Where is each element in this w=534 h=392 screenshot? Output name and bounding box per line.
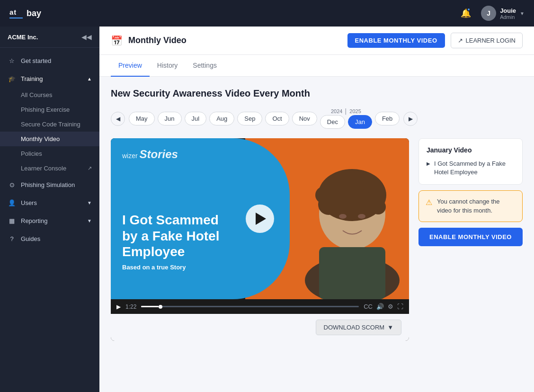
sidebar-item-all-courses[interactable]: All Courses bbox=[0, 88, 99, 102]
training-icon: 🎓 bbox=[8, 74, 16, 83]
settings-icon[interactable]: ⚙ bbox=[388, 303, 393, 310]
section-title: New Security Awareness Video Every Month bbox=[111, 88, 523, 99]
learner-login-button[interactable]: ↗ LEARNER LOGIN bbox=[451, 33, 523, 48]
page-header: 📅 Monthly Video ENABLE MONTHLY VIDEO ↗ L… bbox=[99, 27, 534, 55]
chart-icon: ▦ bbox=[8, 216, 16, 225]
video-layout: wizer Stories I Got Scammed by a Fake Ho… bbox=[111, 138, 523, 341]
tab-bar: Preview History Settings bbox=[99, 55, 534, 77]
video-sidebar: January Video ▶ I Got Scammed by a Fake … bbox=[418, 138, 523, 341]
sidebar-item-phishing-simulation[interactable]: ⊙ Phishing Simulation bbox=[0, 176, 99, 194]
sidebar: ACME Inc. ◀◀ ☆ Get started 🎓 Training ▲ … bbox=[0, 27, 99, 392]
sidebar-item-users[interactable]: 👤 Users ▼ bbox=[0, 194, 99, 212]
sidebar-item-monthly-video[interactable]: Monthly Video bbox=[0, 132, 99, 146]
play-control-button[interactable]: ▶ bbox=[116, 303, 121, 310]
tab-history[interactable]: History bbox=[150, 55, 186, 77]
video-subtitle: Based on a true Story bbox=[122, 264, 219, 271]
video-time: 1:22 bbox=[125, 303, 136, 310]
notification-dot bbox=[467, 8, 471, 11]
logo-line bbox=[9, 18, 23, 18]
enable-monthly-video-card-button[interactable]: ENABLE MONTHLY VIDEO bbox=[418, 228, 523, 246]
svg-rect-11 bbox=[319, 247, 385, 299]
sidebar-item-policies[interactable]: Policies bbox=[0, 146, 99, 161]
month-button-feb[interactable]: Feb bbox=[375, 112, 400, 125]
company-name: ACME Inc. bbox=[8, 34, 38, 41]
captions-icon[interactable]: CC bbox=[364, 303, 373, 310]
months-list: May Jun Jul Aug Sep Oct Nov 2024 │ 2025 bbox=[129, 108, 400, 129]
video-main-title: I Got Scammed by a Fake Hotel Employee bbox=[122, 212, 219, 260]
download-scorm-label: DOWNLOAD SCORM bbox=[324, 324, 385, 331]
video-footer: DOWNLOAD SCORM ▼ bbox=[111, 314, 409, 341]
fullscreen-icon[interactable]: ⛶ bbox=[397, 303, 403, 310]
stories-text: Stories bbox=[140, 148, 178, 160]
play-button[interactable] bbox=[246, 205, 274, 233]
tab-settings[interactable]: Settings bbox=[185, 55, 224, 77]
sidebar-item-label: Phishing Simulation bbox=[21, 181, 92, 188]
month-button-dec[interactable]: Dec bbox=[320, 115, 345, 129]
tab-preview[interactable]: Preview bbox=[111, 55, 150, 77]
progress-dot bbox=[159, 305, 162, 309]
topnav-right: 🔔 J Jouie Admin ▼ bbox=[458, 6, 525, 21]
video-controls: ▶ 1:22 CC 🔊 ⚙ ⛶ bbox=[111, 299, 409, 314]
month-prev-button[interactable]: ◀ bbox=[111, 112, 125, 126]
sidebar-item-guides[interactable]: ? Guides bbox=[0, 230, 99, 248]
progress-bar[interactable] bbox=[141, 306, 359, 307]
year-2024-label: 2024 bbox=[331, 108, 342, 114]
page-title: Monthly Video bbox=[128, 36, 187, 45]
main-content: New Security Awareness Video Every Month… bbox=[99, 77, 534, 392]
video-container: wizer Stories I Got Scammed by a Fake Ho… bbox=[111, 138, 409, 341]
warning-text: You cannot change the video for this mon… bbox=[437, 197, 516, 214]
video-person-area bbox=[260, 138, 409, 299]
video-card-title: January Video bbox=[427, 146, 515, 154]
question-icon: ? bbox=[8, 234, 16, 243]
enable-monthly-video-header-button[interactable]: ENABLE MONTHLY VIDEO bbox=[347, 33, 445, 48]
month-button-jun[interactable]: Jun bbox=[158, 112, 182, 125]
svg-point-12 bbox=[339, 214, 347, 219]
logo: at bay bbox=[9, 8, 41, 18]
notification-button[interactable]: 🔔 bbox=[458, 6, 473, 21]
sidebar-item-label: Users bbox=[21, 199, 82, 206]
year-2025-label: 2025 bbox=[349, 108, 361, 114]
topnav: at bay 🔔 J Jouie Admin ▼ bbox=[0, 0, 534, 27]
svg-point-10 bbox=[371, 199, 386, 214]
user-menu-button[interactable]: J Jouie Admin ▼ bbox=[481, 6, 525, 21]
month-button-nov[interactable]: Nov bbox=[292, 112, 317, 125]
sidebar-item-learner-console[interactable]: Learner Console ↗ bbox=[0, 161, 99, 176]
sidebar-item-get-started[interactable]: ☆ Get started bbox=[0, 52, 99, 70]
sidebar-item-label: Reporting bbox=[21, 217, 82, 224]
chevron-down-icon: ▼ bbox=[87, 218, 92, 223]
logo-icon: at bbox=[9, 8, 23, 18]
sidebar-collapse-button[interactable]: ◀◀ bbox=[81, 33, 92, 41]
wizer-text: wizer Stories bbox=[122, 148, 178, 161]
users-icon: 👤 bbox=[8, 198, 16, 207]
logo-at-text: at bbox=[9, 8, 23, 16]
avatar: J bbox=[481, 6, 496, 21]
video-thumbnail: wizer Stories I Got Scammed by a Fake Ho… bbox=[111, 138, 409, 299]
svg-point-13 bbox=[358, 214, 365, 219]
sidebar-item-label: Guides bbox=[21, 235, 92, 242]
calendar-icon: 📅 bbox=[111, 35, 123, 46]
sidebar-item-reporting[interactable]: ▦ Reporting ▼ bbox=[0, 212, 99, 230]
sidebar-item-phishing-exercise[interactable]: Phishing Exercise bbox=[0, 102, 99, 117]
sidebar-group-label: Training bbox=[21, 75, 43, 82]
month-button-may[interactable]: May bbox=[129, 112, 155, 125]
month-button-sep[interactable]: Sep bbox=[237, 112, 262, 125]
external-link-icon: ↗ bbox=[88, 165, 92, 171]
play-triangle-icon bbox=[256, 213, 266, 225]
video-card-item: ▶ I Got Scammed by a Fake Hotel Employee bbox=[427, 160, 515, 177]
month-button-jan[interactable]: Jan bbox=[348, 115, 372, 129]
user-info: Jouie Admin bbox=[500, 7, 516, 20]
external-link-icon: ↗ bbox=[458, 37, 463, 44]
volume-icon[interactable]: 🔊 bbox=[376, 303, 384, 310]
page-header-right: ENABLE MONTHLY VIDEO ↗ LEARNER LOGIN bbox=[347, 33, 523, 48]
person-silhouette-svg bbox=[300, 138, 404, 299]
month-button-jul[interactable]: Jul bbox=[185, 112, 207, 125]
chevron-up-icon: ▲ bbox=[87, 76, 92, 81]
month-button-aug[interactable]: Aug bbox=[209, 112, 234, 125]
month-next-button[interactable]: ▶ bbox=[403, 112, 418, 126]
sidebar-item-secure-code-training[interactable]: Secure Code Training bbox=[0, 117, 99, 132]
target-icon: ⊙ bbox=[8, 180, 16, 189]
chevron-down-icon: ▼ bbox=[87, 200, 92, 205]
download-scorm-button[interactable]: DOWNLOAD SCORM ▼ bbox=[316, 320, 401, 335]
month-button-oct[interactable]: Oct bbox=[265, 112, 289, 125]
sidebar-item-training[interactable]: 🎓 Training ▲ bbox=[0, 70, 99, 88]
